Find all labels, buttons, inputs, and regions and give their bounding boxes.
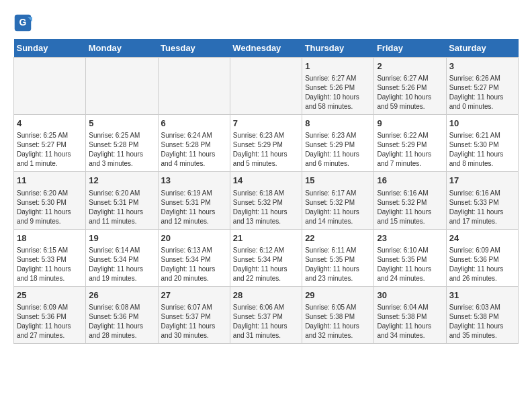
calendar-cell: 5Sunrise: 6:25 AM Sunset: 5:28 PM Daylig… — [86, 115, 158, 172]
day-info: Sunrise: 6:04 AM Sunset: 5:38 PM Dayligh… — [377, 303, 443, 340]
day-info: Sunrise: 6:06 AM Sunset: 5:37 PM Dayligh… — [233, 303, 299, 340]
calendar-cell — [14, 58, 86, 115]
day-number: 24 — [449, 232, 515, 244]
day-number: 29 — [305, 289, 371, 302]
day-number: 20 — [161, 232, 227, 244]
day-info: Sunrise: 6:27 AM Sunset: 5:26 PM Dayligh… — [305, 74, 371, 111]
header-day-thursday: Thursday — [302, 39, 374, 58]
day-info: Sunrise: 6:05 AM Sunset: 5:38 PM Dayligh… — [305, 303, 371, 340]
day-info: Sunrise: 6:23 AM Sunset: 5:29 PM Dayligh… — [233, 131, 299, 169]
calendar-body: 1Sunrise: 6:27 AM Sunset: 5:26 PM Daylig… — [14, 58, 519, 344]
calendar-cell: 24Sunrise: 6:09 AM Sunset: 5:36 PM Dayli… — [446, 229, 518, 286]
week-row-2: 4Sunrise: 6:25 AM Sunset: 5:27 PM Daylig… — [14, 115, 519, 172]
day-number: 9 — [377, 118, 443, 130]
day-number: 14 — [233, 175, 299, 187]
day-info: Sunrise: 6:23 AM Sunset: 5:29 PM Dayligh… — [305, 131, 371, 169]
calendar-cell: 1Sunrise: 6:27 AM Sunset: 5:26 PM Daylig… — [302, 58, 374, 115]
day-number: 10 — [449, 118, 515, 130]
day-number: 2 — [377, 60, 443, 73]
day-info: Sunrise: 6:20 AM Sunset: 5:31 PM Dayligh… — [89, 189, 154, 226]
day-number: 26 — [89, 289, 154, 302]
calendar-cell: 31Sunrise: 6:03 AM Sunset: 5:38 PM Dayli… — [446, 286, 518, 343]
calendar-cell: 22Sunrise: 6:11 AM Sunset: 5:35 PM Dayli… — [302, 229, 374, 286]
day-number: 1 — [305, 60, 371, 73]
day-number: 25 — [17, 289, 83, 302]
day-info: Sunrise: 6:07 AM Sunset: 5:37 PM Dayligh… — [161, 303, 227, 340]
day-info: Sunrise: 6:24 AM Sunset: 5:28 PM Dayligh… — [161, 131, 227, 169]
calendar-cell: 4Sunrise: 6:25 AM Sunset: 5:27 PM Daylig… — [14, 115, 86, 172]
day-number: 19 — [89, 232, 154, 244]
calendar-cell: 29Sunrise: 6:05 AM Sunset: 5:38 PM Dayli… — [302, 286, 374, 343]
calendar-cell: 16Sunrise: 6:16 AM Sunset: 5:32 PM Dayli… — [374, 172, 446, 229]
day-number: 30 — [377, 289, 443, 302]
calendar-header: SundayMondayTuesdayWednesdayThursdayFrid… — [14, 39, 519, 58]
calendar-table: SundayMondayTuesdayWednesdayThursdayFrid… — [13, 39, 519, 344]
day-number: 15 — [305, 175, 371, 187]
week-row-5: 25Sunrise: 6:09 AM Sunset: 5:36 PM Dayli… — [14, 286, 519, 343]
calendar-cell: 14Sunrise: 6:18 AM Sunset: 5:32 PM Dayli… — [230, 172, 302, 229]
header-day-friday: Friday — [374, 39, 446, 58]
week-row-3: 11Sunrise: 6:20 AM Sunset: 5:30 PM Dayli… — [14, 172, 519, 229]
day-number: 17 — [449, 175, 515, 187]
day-number: 31 — [449, 289, 515, 302]
week-row-4: 18Sunrise: 6:15 AM Sunset: 5:33 PM Dayli… — [14, 229, 519, 286]
header-day-wednesday: Wednesday — [230, 39, 302, 58]
calendar-cell: 26Sunrise: 6:08 AM Sunset: 5:36 PM Dayli… — [86, 286, 158, 343]
day-info: Sunrise: 6:08 AM Sunset: 5:36 PM Dayligh… — [89, 303, 154, 340]
day-number: 13 — [161, 175, 227, 187]
week-row-1: 1Sunrise: 6:27 AM Sunset: 5:26 PM Daylig… — [14, 58, 519, 115]
day-number: 5 — [89, 118, 154, 130]
day-number: 23 — [377, 232, 443, 244]
day-info: Sunrise: 6:25 AM Sunset: 5:27 PM Dayligh… — [17, 131, 83, 169]
header-day-monday: Monday — [86, 39, 158, 58]
calendar-cell — [158, 58, 230, 115]
logo: G — [13, 13, 35, 32]
header-day-tuesday: Tuesday — [158, 39, 230, 58]
day-number: 22 — [305, 232, 371, 244]
calendar-cell: 8Sunrise: 6:23 AM Sunset: 5:29 PM Daylig… — [302, 115, 374, 172]
calendar-cell: 27Sunrise: 6:07 AM Sunset: 5:37 PM Dayli… — [158, 286, 230, 343]
calendar-cell: 9Sunrise: 6:22 AM Sunset: 5:29 PM Daylig… — [374, 115, 446, 172]
day-info: Sunrise: 6:15 AM Sunset: 5:33 PM Dayligh… — [17, 246, 83, 283]
day-info: Sunrise: 6:12 AM Sunset: 5:34 PM Dayligh… — [233, 246, 299, 283]
day-number: 4 — [17, 118, 83, 130]
day-number: 21 — [233, 232, 299, 244]
day-info: Sunrise: 6:25 AM Sunset: 5:28 PM Dayligh… — [89, 131, 154, 169]
day-info: Sunrise: 6:16 AM Sunset: 5:32 PM Dayligh… — [377, 189, 443, 226]
calendar-cell: 20Sunrise: 6:13 AM Sunset: 5:34 PM Dayli… — [158, 229, 230, 286]
day-info: Sunrise: 6:16 AM Sunset: 5:33 PM Dayligh… — [449, 189, 515, 226]
calendar-cell: 19Sunrise: 6:14 AM Sunset: 5:34 PM Dayli… — [86, 229, 158, 286]
calendar-cell — [86, 58, 158, 115]
day-info: Sunrise: 6:11 AM Sunset: 5:35 PM Dayligh… — [305, 246, 371, 283]
calendar-cell: 13Sunrise: 6:19 AM Sunset: 5:31 PM Dayli… — [158, 172, 230, 229]
calendar-cell: 2Sunrise: 6:27 AM Sunset: 5:26 PM Daylig… — [374, 58, 446, 115]
day-info: Sunrise: 6:09 AM Sunset: 5:36 PM Dayligh… — [449, 246, 515, 283]
day-info: Sunrise: 6:18 AM Sunset: 5:32 PM Dayligh… — [233, 189, 299, 226]
calendar-cell: 12Sunrise: 6:20 AM Sunset: 5:31 PM Dayli… — [86, 172, 158, 229]
day-info: Sunrise: 6:21 AM Sunset: 5:30 PM Dayligh… — [449, 131, 515, 169]
day-number: 7 — [233, 118, 299, 130]
day-info: Sunrise: 6:19 AM Sunset: 5:31 PM Dayligh… — [161, 189, 227, 226]
calendar-cell: 6Sunrise: 6:24 AM Sunset: 5:28 PM Daylig… — [158, 115, 230, 172]
header-day-saturday: Saturday — [446, 39, 518, 58]
day-number: 6 — [161, 118, 227, 130]
calendar-cell: 15Sunrise: 6:17 AM Sunset: 5:32 PM Dayli… — [302, 172, 374, 229]
day-info: Sunrise: 6:10 AM Sunset: 5:35 PM Dayligh… — [377, 246, 443, 283]
day-info: Sunrise: 6:14 AM Sunset: 5:34 PM Dayligh… — [89, 246, 154, 283]
day-number: 27 — [161, 289, 227, 302]
calendar-cell: 21Sunrise: 6:12 AM Sunset: 5:34 PM Dayli… — [230, 229, 302, 286]
header: G — [13, 13, 519, 32]
svg-text:G: G — [19, 17, 27, 28]
logo-icon: G — [13, 13, 32, 32]
day-info: Sunrise: 6:09 AM Sunset: 5:36 PM Dayligh… — [17, 303, 83, 340]
day-info: Sunrise: 6:22 AM Sunset: 5:29 PM Dayligh… — [377, 131, 443, 169]
calendar-cell: 18Sunrise: 6:15 AM Sunset: 5:33 PM Dayli… — [14, 229, 86, 286]
calendar-cell: 23Sunrise: 6:10 AM Sunset: 5:35 PM Dayli… — [374, 229, 446, 286]
calendar-cell: 3Sunrise: 6:26 AM Sunset: 5:27 PM Daylig… — [446, 58, 518, 115]
day-number: 28 — [233, 289, 299, 302]
day-info: Sunrise: 6:03 AM Sunset: 5:38 PM Dayligh… — [449, 303, 515, 340]
calendar-cell: 30Sunrise: 6:04 AM Sunset: 5:38 PM Dayli… — [374, 286, 446, 343]
day-info: Sunrise: 6:20 AM Sunset: 5:30 PM Dayligh… — [17, 189, 83, 226]
header-day-sunday: Sunday — [14, 39, 86, 58]
day-info: Sunrise: 6:27 AM Sunset: 5:26 PM Dayligh… — [377, 74, 443, 111]
